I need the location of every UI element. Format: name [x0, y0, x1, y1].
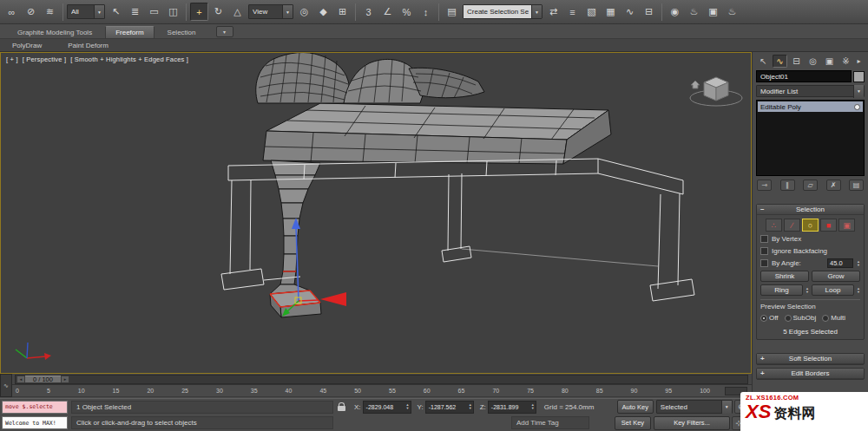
object-name-field[interactable]: Object01 — [756, 70, 852, 82]
snaps-toggle-icon[interactable]: 3 — [359, 3, 378, 21]
select-by-name-icon[interactable]: ≣ — [126, 3, 144, 21]
element-subobject-icon[interactable]: ▣ — [838, 219, 855, 232]
loop-button[interactable]: Loop — [812, 284, 854, 296]
track-bar[interactable]: 0510152025303540455055606570758085909510… — [0, 385, 752, 397]
unlink-selection-icon[interactable]: ⊘ — [22, 3, 40, 21]
viewport-canvas[interactable] — [1, 53, 751, 373]
render-production-icon[interactable]: ♨ — [723, 3, 741, 21]
viewport-menu-plus[interactable]: [ + ] — [6, 56, 18, 63]
key-filters-button[interactable]: Key Filters... — [654, 416, 730, 430]
selection-filter-combo[interactable]: All▼ — [67, 4, 105, 19]
schematic-view-icon[interactable]: ⊟ — [640, 3, 658, 21]
auto-key-button[interactable]: Auto Key — [617, 400, 654, 414]
key-mode-combo[interactable]: Selected▼ — [656, 400, 733, 414]
viewcube[interactable] — [690, 77, 742, 106]
select-and-move-icon[interactable]: + — [190, 3, 208, 21]
modifier-list-combo[interactable]: Modifier List ▼ — [756, 85, 865, 97]
grow-button[interactable]: Grow — [812, 271, 860, 282]
set-key-button[interactable]: Set Key — [615, 416, 651, 430]
spin-down-icon[interactable]: ▼ — [857, 264, 860, 267]
spin-down-icon[interactable]: ▼ — [531, 407, 535, 410]
show-end-result-icon[interactable]: ∥ — [780, 180, 795, 191]
angle-snap-icon[interactable]: ∠ — [378, 3, 397, 21]
coord-z-field[interactable]: -2831.899▲▼ — [488, 401, 536, 414]
selection-rollout-header[interactable]: − Selection — [757, 205, 864, 215]
time-slider-track[interactable]: ◂ 0 / 100 ▸ — [15, 375, 748, 384]
add-time-tag-button[interactable]: Add Time Tag — [511, 416, 589, 429]
chevron-down-icon[interactable]: ▼ — [721, 401, 732, 414]
coord-x-field[interactable]: -2829.048▲▼ — [363, 401, 411, 414]
render-setup-icon[interactable]: ♨ — [685, 3, 703, 21]
ring-button[interactable]: Ring — [760, 284, 803, 296]
stack-item-editable-poly[interactable]: Editable Poly — [758, 101, 863, 112]
pin-stack-icon[interactable]: ⊸ — [757, 180, 772, 191]
coord-y-spinner-icon[interactable]: ▲▼ — [469, 403, 472, 410]
angle-value-field[interactable]: 45.0 — [827, 258, 853, 268]
maxscript-listener-field[interactable]: Welcome to MAX! — [2, 416, 68, 429]
layer-manager-icon[interactable]: ▧ — [582, 3, 601, 21]
rendered-frame-window-icon[interactable]: ▣ — [704, 3, 722, 21]
select-and-scale-icon[interactable]: △ — [228, 3, 247, 21]
bind-to-spacewarp-icon[interactable]: ≋ — [41, 3, 59, 21]
chevron-down-icon[interactable]: ▼ — [531, 5, 542, 18]
vertex-subobject-icon[interactable]: ∴ — [766, 219, 782, 232]
coord-y-field[interactable]: -1287.562▲▼ — [425, 401, 474, 414]
ignore-backfacing-checkbox[interactable] — [760, 247, 768, 255]
angle-spinner-icon[interactable]: ▲▼ — [857, 260, 860, 267]
spin-down-icon[interactable]: ▼ — [469, 407, 472, 410]
reference-coordinate-combo[interactable]: View▼ — [248, 4, 293, 19]
by-angle-checkbox[interactable] — [760, 259, 768, 267]
border-subobject-icon[interactable]: ○ — [802, 219, 819, 232]
select-and-manipulate-icon[interactable]: ◆ — [314, 3, 332, 21]
by-vertex-checkbox[interactable] — [760, 235, 768, 243]
tab-freeform[interactable]: Freeform — [105, 26, 154, 38]
motion-tab-icon[interactable]: ◎ — [806, 55, 820, 68]
use-center-icon[interactable]: ◎ — [295, 3, 313, 21]
configure-modifier-sets-icon[interactable]: ▤ — [849, 180, 864, 191]
chevron-down-icon[interactable]: ▼ — [853, 85, 864, 98]
chevron-down-icon[interactable]: ▼ — [94, 5, 104, 18]
object-color-swatch[interactable] — [853, 71, 865, 82]
model-slab[interactable] — [263, 103, 611, 164]
spinner-snap-icon[interactable]: ↕ — [417, 3, 435, 21]
preview-off-radio[interactable]: Off — [760, 314, 779, 322]
viewcube-home-icon[interactable] — [691, 81, 700, 88]
tab-graphite-modeling-tools[interactable]: Graphite Modeling Tools — [7, 26, 102, 38]
viewport-menu-view[interactable]: [ Perspective ] — [23, 56, 67, 63]
model-ornament[interactable] — [256, 53, 484, 103]
ribbon-minimize-icon[interactable]: ▾ — [216, 26, 233, 37]
make-unique-icon[interactable]: ▱ — [803, 180, 818, 191]
modify-tab-icon[interactable]: ∿ — [773, 55, 787, 68]
rectangular-selection-region-icon[interactable]: ▭ — [145, 3, 163, 21]
keyboard-override-icon[interactable]: ⊞ — [333, 3, 352, 21]
next-frame-icon[interactable]: ▸ — [61, 375, 69, 383]
visibility-bulb-icon[interactable] — [854, 104, 860, 110]
time-slider-handle[interactable]: ◂ 0 / 100 ▸ — [16, 375, 69, 383]
previous-frame-icon[interactable]: ◂ — [16, 375, 25, 383]
soft-selection-rollout-header[interactable]: + Soft Selection — [757, 354, 864, 364]
shrink-button[interactable]: Shrink — [760, 271, 809, 282]
macro-recorder-field[interactable]: move $.selecte — [2, 401, 68, 414]
panel-polydraw[interactable]: PolyDraw — [12, 42, 42, 49]
viewport-menu-shading[interactable]: [ Smooth + Highlights + Edged Faces ] — [70, 56, 188, 63]
panel-paint-deform[interactable]: Paint Deform — [68, 42, 108, 49]
preview-multi-radio[interactable]: Multi — [822, 314, 845, 322]
align-icon[interactable]: ≡ — [563, 3, 582, 21]
display-tab-icon[interactable]: ▣ — [822, 55, 837, 68]
loop-spinner-icon[interactable]: ▲▼ — [857, 287, 860, 294]
spin-down-icon[interactable]: ▼ — [857, 291, 860, 294]
material-editor-icon[interactable]: ◉ — [666, 3, 684, 21]
tab-selection[interactable]: Selection — [157, 26, 207, 38]
percent-snap-icon[interactable]: % — [398, 3, 416, 21]
ring-spinner-icon[interactable]: ▲▼ — [806, 287, 809, 294]
edge-subobject-icon[interactable]: ∕ — [784, 219, 800, 232]
select-object-icon[interactable]: ↖ — [107, 3, 125, 21]
viewport[interactable]: [ + ] [ Perspective ] [ Smooth + Highlig… — [0, 52, 752, 374]
edit-borders-rollout-header[interactable]: + Edit Borders — [757, 369, 864, 379]
select-and-rotate-icon[interactable]: ↻ — [209, 3, 227, 21]
hierarchy-tab-icon[interactable]: ⊟ — [789, 55, 804, 68]
graphite-ribbon-toggle-icon[interactable]: ▦ — [602, 3, 620, 21]
mini-curve-editor-button[interactable]: ∿ — [0, 374, 12, 397]
modifier-stack[interactable]: Editable Poly — [756, 100, 865, 176]
polygon-subobject-icon[interactable]: ■ — [820, 219, 837, 232]
